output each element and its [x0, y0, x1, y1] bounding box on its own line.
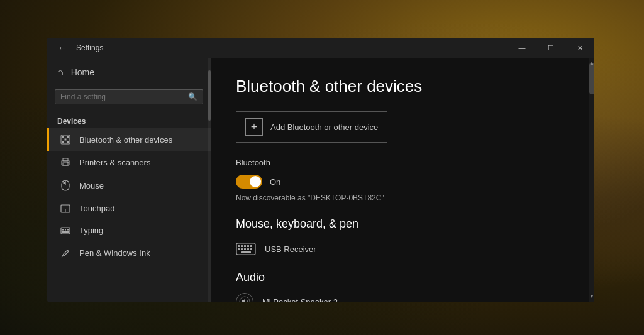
title-bar: ← Settings — ☐ ✕: [47, 38, 594, 58]
sidebar-item-touchpad[interactable]: Touchpad: [47, 197, 211, 219]
printer-icon: [59, 157, 72, 167]
close-button[interactable]: ✕: [565, 38, 594, 58]
sidebar-item-mouse[interactable]: Mouse: [47, 173, 211, 197]
svg-rect-16: [62, 229, 64, 230]
scroll-up-arrow[interactable]: ▲: [589, 60, 594, 66]
title-bar-left: ← Settings: [55, 40, 103, 55]
window-body: ⌂ Home 🔍 Devices: [47, 58, 594, 302]
search-input[interactable]: [60, 92, 183, 101]
svg-rect-1: [62, 136, 64, 138]
add-device-label: Add Bluetooth or other device: [270, 123, 378, 132]
home-label: Home: [71, 67, 94, 77]
settings-window: ← Settings — ☐ ✕ ⌂ Home 🔍: [47, 38, 594, 302]
sidebar-item-printers[interactable]: Printers & scanners: [47, 151, 211, 173]
svg-rect-30: [241, 248, 243, 250]
svg-rect-34: [241, 251, 251, 253]
svg-rect-8: [63, 163, 68, 165]
svg-rect-32: [247, 248, 249, 250]
scrollbar-thumb[interactable]: [589, 63, 594, 94]
add-icon: +: [245, 118, 263, 136]
svg-rect-17: [65, 229, 66, 230]
sidebar-item-typing[interactable]: Typing: [47, 219, 211, 241]
sidebar-item-pen-label: Pen & Windows Ink: [79, 248, 150, 258]
toggle-label: On: [270, 177, 280, 187]
speaker-entry: Mi Pocket Speaker 2: [236, 293, 569, 302]
scrollbar-track: ▼ ▲: [589, 58, 594, 302]
svg-rect-3: [62, 141, 64, 143]
toggle-knob: [250, 176, 261, 187]
minimize-button[interactable]: —: [508, 38, 536, 58]
speaker-label: Mi Pocket Speaker 2: [262, 297, 338, 302]
svg-rect-4: [67, 141, 69, 143]
svg-rect-24: [238, 245, 240, 247]
add-device-button[interactable]: + Add Bluetooth or other device: [236, 111, 387, 143]
typing-icon: [59, 227, 72, 234]
plus-icon: +: [251, 121, 258, 133]
title-bar-controls: — ☐ ✕: [508, 38, 594, 58]
discoverable-text: Now discoverable as "DESKTOP-0BST82C": [236, 194, 569, 202]
svg-rect-2: [67, 136, 69, 138]
svg-rect-31: [244, 248, 246, 250]
bluetooth-toggle[interactable]: [236, 175, 262, 189]
mouse-icon: [59, 180, 72, 191]
maximize-button[interactable]: ☐: [536, 38, 565, 58]
svg-rect-25: [241, 245, 243, 247]
sidebar-item-bluetooth[interactable]: Bluetooth & other devices: [47, 128, 211, 151]
pen-icon: [59, 248, 72, 258]
svg-rect-27: [247, 245, 249, 247]
svg-rect-26: [244, 245, 246, 247]
sidebar-item-mouse-label: Mouse: [79, 181, 104, 190]
svg-rect-15: [61, 228, 70, 234]
sidebar-item-typing-label: Typing: [79, 226, 103, 235]
touchpad-icon: [59, 204, 72, 213]
sidebar-item-touchpad-label: Touchpad: [79, 204, 114, 213]
svg-rect-20: [64, 231, 67, 233]
svg-rect-18: [67, 229, 69, 230]
scroll-down-arrow[interactable]: ▼: [589, 294, 594, 299]
sidebar-item-printers-label: Printers & scanners: [79, 158, 150, 167]
svg-point-9: [67, 162, 69, 163]
sidebar-section-label: Devices: [47, 112, 211, 128]
mouse-section-title: Mouse, keyboard, & pen: [236, 217, 569, 231]
usb-receiver-entry: USB Receiver: [236, 239, 569, 258]
back-icon: ←: [58, 43, 67, 53]
sidebar-home-item[interactable]: ⌂ Home: [47, 58, 211, 87]
page-title: Bluetooth & other devices: [236, 77, 569, 96]
sidebar-item-bluetooth-label: Bluetooth & other devices: [79, 135, 172, 145]
bluetooth-icon: [59, 135, 72, 145]
svg-rect-19: [62, 231, 64, 233]
search-box: 🔍: [55, 89, 203, 104]
svg-rect-28: [250, 245, 252, 247]
svg-rect-12: [64, 182, 65, 184]
home-icon: ⌂: [57, 67, 64, 78]
svg-line-22: [67, 250, 69, 251]
svg-rect-21: [67, 231, 69, 233]
sidebar: ⌂ Home 🔍 Devices: [47, 58, 211, 302]
back-button[interactable]: ←: [55, 40, 70, 55]
keyboard-device-icon: [236, 242, 256, 256]
audio-section-title: Audio: [236, 271, 569, 284]
svg-rect-33: [250, 248, 252, 250]
bluetooth-toggle-row: On: [236, 175, 569, 189]
usb-receiver-label: USB Receiver: [265, 244, 316, 254]
bluetooth-section-title: Bluetooth: [236, 158, 569, 167]
search-icon: 🔍: [188, 92, 197, 101]
svg-rect-5: [65, 139, 67, 141]
main-content: Bluetooth & other devices + Add Bluetoot…: [211, 58, 594, 302]
svg-rect-29: [238, 248, 240, 250]
sidebar-item-pen[interactable]: Pen & Windows Ink: [47, 241, 211, 264]
window-title: Settings: [76, 43, 103, 52]
speaker-icon: [236, 293, 253, 302]
